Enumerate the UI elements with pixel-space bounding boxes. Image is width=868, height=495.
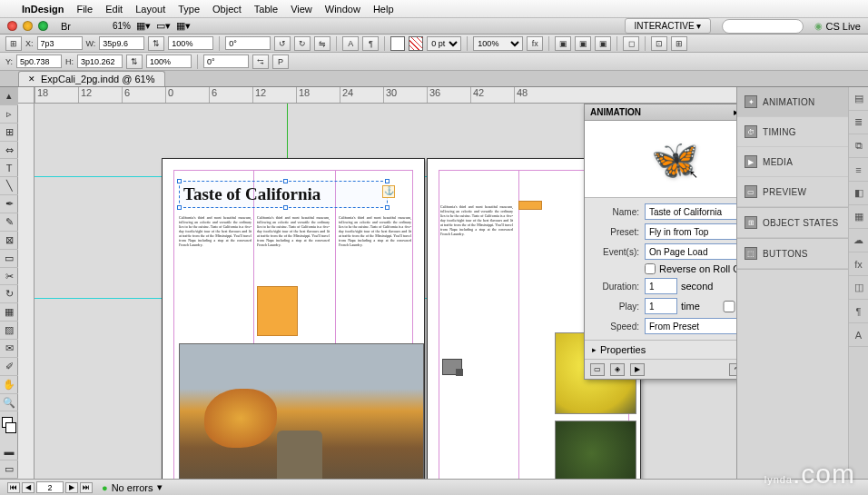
body-text-frame[interactable]: California's third and most beautiful mu… (440, 204, 513, 313)
menu-type[interactable]: Type (178, 4, 200, 15)
hand-tool[interactable]: ✋ (0, 376, 18, 394)
y-field[interactable] (16, 54, 62, 68)
text-wrap-none-icon[interactable]: ▣ (555, 36, 571, 51)
dock-buttons[interactable]: ⬚BUTTONS (737, 239, 848, 269)
dock-timing[interactable]: ⏱TIMING (737, 117, 848, 147)
document-tab[interactable]: ✕ ExpCali_2pg.indd @ 61% (18, 71, 165, 86)
horizontal-ruler[interactable]: 18 12 6 0 6 12 18 24 30 36 42 48 (35, 87, 736, 104)
scissors-tool[interactable]: ✂ (0, 268, 18, 286)
selection-handle[interactable] (283, 205, 288, 210)
scale-x-field[interactable] (168, 36, 213, 50)
layers-panel-icon[interactable]: ≣ (849, 111, 868, 134)
preset-select[interactable]: Fly in from Top (645, 223, 736, 240)
selection-handle[interactable] (283, 179, 288, 183)
sidebar-label[interactable] (518, 201, 542, 210)
preview-spread-icon[interactable]: ▭ (590, 363, 605, 376)
ruler-origin[interactable] (18, 87, 35, 104)
menu-table[interactable]: Table (254, 4, 278, 15)
show-proxy-icon[interactable]: ◈ (610, 363, 625, 376)
dock-animation[interactable]: ✦ANIMATION (737, 87, 848, 117)
zoom-level-display[interactable]: 61% (113, 21, 131, 31)
swatches-panel-icon[interactable]: ▦ (849, 205, 868, 229)
x-field[interactable] (37, 36, 83, 50)
sidebar-callout[interactable] (257, 286, 298, 336)
next-page-button[interactable]: ▶ (65, 482, 78, 493)
loop-checkbox[interactable] (713, 301, 736, 312)
para-styles-icon[interactable]: ¶ (849, 300, 868, 323)
apply-color-icon[interactable]: ▬ (0, 442, 18, 460)
last-page-button[interactable]: ⏭ (80, 482, 93, 493)
page-left[interactable]: Taste of California ⚓ California's third… (162, 158, 425, 479)
first-page-button[interactable]: ⏮ (7, 482, 20, 493)
multistate-placeholder-icon[interactable] (442, 359, 462, 375)
screen-mode-icon[interactable]: ▭▾ (156, 20, 171, 32)
gradient-feather-tool[interactable]: ▨ (0, 322, 18, 340)
animation-panel-header[interactable]: ANIMATION ▸│ ▾≡ (585, 104, 736, 121)
corner-options-icon[interactable]: ◻ (623, 36, 639, 51)
char-format-icon[interactable]: A (342, 36, 359, 51)
document-canvas[interactable]: 18 12 6 0 6 12 18 24 30 36 42 48 (18, 87, 736, 479)
prev-page-button[interactable]: ◀ (22, 482, 35, 493)
window-close-button[interactable] (7, 21, 17, 31)
menu-view[interactable]: View (291, 4, 312, 15)
headline-text-frame[interactable]: Taste of California ⚓ (179, 181, 388, 208)
char-styles-icon[interactable]: A (849, 323, 868, 347)
animation-panel[interactable]: ANIMATION ▸│ ▾≡ 🦋 ↖ Name: Preset: Fly in… (584, 104, 736, 380)
fit-frame-icon[interactable]: ⊞ (671, 36, 687, 51)
selection-handle[interactable] (177, 205, 182, 210)
gap-tool[interactable]: ⇔ (0, 142, 18, 160)
cs-live-button[interactable]: CS Live (814, 21, 861, 32)
body-text-frame[interactable]: California's third and most beautiful mu… (339, 215, 411, 333)
text-wrap-bbox-icon[interactable]: ▣ (575, 36, 591, 51)
cc-libraries-icon[interactable]: ☁ (849, 229, 868, 252)
h-field[interactable] (77, 54, 123, 68)
links-panel-icon[interactable]: ⧉ (849, 134, 868, 158)
shear-field[interactable] (203, 54, 249, 68)
stroke-swatch[interactable] (409, 36, 423, 51)
selection-handle[interactable] (385, 179, 390, 183)
properties-disclosure[interactable]: Properties (585, 340, 736, 359)
opacity-field[interactable]: 100% (473, 36, 523, 51)
stroke-panel-icon[interactable]: ≡ (849, 158, 868, 182)
note-tool[interactable]: ✉ (0, 340, 18, 358)
fill-stroke-proxy[interactable] (0, 415, 17, 442)
duration-input[interactable] (645, 278, 677, 294)
page-tool[interactable]: ⊞ (0, 124, 18, 142)
rectangle-tool[interactable]: ▭ (0, 250, 18, 268)
stroke-weight-field[interactable]: 0 pt (427, 36, 461, 51)
gradient-tool[interactable]: ▦ (0, 303, 18, 322)
menu-window[interactable]: Window (325, 4, 360, 15)
w-field[interactable] (99, 36, 144, 50)
help-search-input[interactable] (722, 19, 804, 34)
selection-handle[interactable] (385, 205, 390, 210)
convert-to-motion-path-icon[interactable]: ∿ (729, 363, 736, 376)
selection-tool[interactable]: ▴ (0, 87, 18, 105)
fill-swatch[interactable] (390, 36, 405, 51)
menu-layout[interactable]: Layout (135, 4, 165, 15)
page-number-field[interactable] (36, 481, 64, 493)
fx-button[interactable]: fx (527, 36, 543, 51)
name-input[interactable] (645, 203, 736, 220)
line-tool[interactable]: ╲ (0, 177, 18, 195)
window-minimize-button[interactable] (23, 21, 33, 31)
body-text-frame[interactable]: California's third and most beautiful mu… (179, 215, 252, 333)
speed-select[interactable]: From Preset (645, 318, 736, 334)
view-options-icon[interactable]: ▦▾ (136, 20, 151, 32)
type-tool[interactable]: T (0, 159, 18, 177)
reverse-checkbox-row[interactable]: Reverse on Roll Off (645, 263, 736, 274)
app-name-menu[interactable]: InDesign (22, 4, 64, 15)
pages-panel-icon[interactable]: ▤ (849, 87, 868, 111)
para-format-icon[interactable]: ¶ (362, 36, 379, 51)
menu-help[interactable]: Help (373, 4, 394, 15)
direct-selection-tool[interactable]: ▹ (0, 105, 18, 124)
pasteboard[interactable]: Taste of California ⚓ California's third… (35, 104, 736, 479)
workspace-switcher[interactable]: INTERACTIVE ▾ (625, 18, 712, 34)
vertical-ruler[interactable] (18, 104, 35, 479)
menu-file[interactable]: File (76, 4, 93, 15)
rectangle-frame-tool[interactable]: ⊠ (0, 232, 18, 250)
play-input[interactable] (645, 298, 677, 314)
avocado-image-frame[interactable] (555, 421, 636, 479)
events-select[interactable]: On Page Load (645, 243, 736, 260)
object-styles-icon[interactable]: ◫ (849, 276, 868, 300)
screen-mode-tool[interactable]: ▭ (0, 460, 18, 479)
